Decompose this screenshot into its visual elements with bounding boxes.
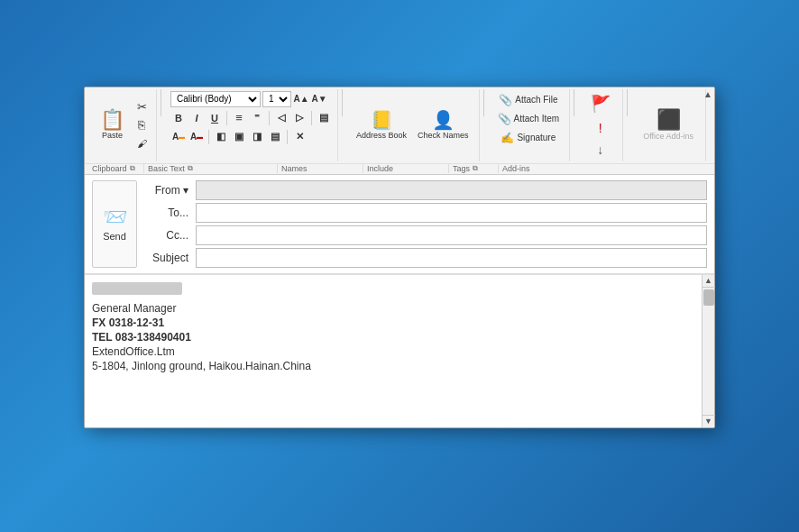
from-row: From ▾ <box>142 180 707 200</box>
from-input[interactable] <box>196 180 707 200</box>
flag-icon: 🚩 <box>591 94 611 114</box>
italic-button[interactable]: I <box>188 110 205 126</box>
names-label: Names <box>281 164 308 173</box>
importance-button[interactable]: ! <box>594 118 607 138</box>
fields-area: From ▾ To... Cc... Subject <box>142 180 707 268</box>
scroll-up-arrow[interactable]: ▲ <box>703 275 715 288</box>
ribbon-collapse-button[interactable]: ▲ <box>703 89 712 99</box>
sep2 <box>342 89 343 116</box>
to-button[interactable]: To... <box>142 206 192 219</box>
sig-line-0: General Manager <box>92 302 694 315</box>
flag-button[interactable]: 🚩 <box>586 91 615 116</box>
compose-header: 📨 Send From ▾ To... Cc... <box>85 175 714 274</box>
from-button[interactable]: From ▾ <box>142 184 192 197</box>
bullets-button[interactable]: ≡ <box>231 110 247 126</box>
tags-label: Tags <box>453 164 470 173</box>
send-button[interactable]: 📨 Send <box>92 180 137 268</box>
attach-item-button[interactable]: 📎 Attach Item <box>493 110 565 128</box>
outlook-compose-window: 📋 Paste ✂ ⎘ 🖌 Calibr <box>84 87 715 428</box>
cc-input[interactable] <box>196 225 707 245</box>
include-label: Include <box>367 164 393 173</box>
importance-icon: ! <box>599 121 602 135</box>
subject-row: Subject <box>142 248 707 268</box>
cut-button[interactable]: ✂ <box>133 99 151 115</box>
clipboard-expand[interactable]: ⧉ <box>130 164 135 173</box>
styles-button[interactable]: ▤ <box>316 110 332 126</box>
fmt-sep2 <box>269 111 270 125</box>
ribbon-group-names: 📒 Address Book 👤 Check Names <box>346 89 480 161</box>
to-input[interactable] <box>196 203 707 223</box>
sep4 <box>574 89 574 116</box>
ribbon-group-addins: ⬛ Office Add-ins <box>631 89 706 161</box>
names-content: 📒 Address Book 👤 Check Names <box>352 91 473 160</box>
text-highlight-button[interactable]: A▬ <box>170 129 187 145</box>
signature-placeholder <box>92 282 182 295</box>
ribbon-toolbar-row: 📋 Paste ✂ ⎘ 🖌 Calibr <box>85 87 714 163</box>
addins-label-item: Add-ins <box>499 164 534 173</box>
clipboard-secondary: ✂ ⎘ 🖌 <box>133 99 151 151</box>
subject-input[interactable] <box>196 248 707 268</box>
format-painter-button[interactable]: 🖌 <box>133 135 151 151</box>
fmt-sep1 <box>226 111 227 125</box>
sig-line-3: ExtendOffice.Ltm <box>92 345 694 358</box>
signature-button[interactable]: ✍ Signature <box>496 129 560 147</box>
font-color-button[interactable]: A▬ <box>188 129 205 145</box>
align-center-button[interactable]: ▣ <box>231 129 247 145</box>
ribbon-group-tags: 🚩 ! ↓ <box>578 89 623 161</box>
check-names-icon: 👤 <box>432 109 455 131</box>
attach-item-icon: 📎 <box>498 113 511 125</box>
basic-text-label: Basic Text <box>148 164 185 173</box>
check-names-button[interactable]: 👤 Check Names <box>413 106 473 143</box>
font-row: Calibri (Body) 11 A▲ A▼ <box>170 91 327 107</box>
sep1 <box>161 89 161 116</box>
font-size-select[interactable]: 11 <box>262 91 291 107</box>
to-row: To... <box>142 203 707 223</box>
font-name-select[interactable]: Calibri (Body) <box>170 91 261 107</box>
cc-row: Cc... <box>142 225 707 245</box>
attach-file-button[interactable]: 📎 Attach File <box>494 91 562 109</box>
justify-button[interactable]: ▤ <box>267 129 283 145</box>
fmt-sep4 <box>208 130 209 144</box>
clipboard-label-item: Clipboard ⧉ <box>88 164 144 173</box>
clear-formatting-button[interactable]: ✕ <box>291 129 308 145</box>
fmt-sep5 <box>287 130 288 144</box>
send-label: Send <box>103 231 126 242</box>
align-right-button[interactable]: ◨ <box>249 129 265 145</box>
cc-button[interactable]: Cc... <box>142 229 192 242</box>
formatting-row: B I U ≡ ⁼ ◁ ▷ ▤ <box>170 110 332 126</box>
include-content: 📎 Attach File 📎 Attach Item ✍ Signature <box>493 91 565 160</box>
bold-button[interactable]: B <box>170 110 187 126</box>
paste-button[interactable]: 📋 Paste <box>94 106 131 143</box>
scroll-thumb[interactable] <box>703 289 714 306</box>
basic-text-expand[interactable]: ⧉ <box>188 164 193 173</box>
signature-icon: ✍ <box>501 132 514 144</box>
copy-button[interactable]: ⎘ <box>133 117 151 133</box>
low-importance-button[interactable]: ↓ <box>592 140 608 160</box>
scroll-down-arrow[interactable]: ▼ <box>703 415 715 427</box>
compose-area: 📨 Send From ▾ To... Cc... <box>85 175 714 427</box>
increase-indent-button[interactable]: ▷ <box>291 110 308 126</box>
font-grow-button[interactable]: A▲ <box>293 91 309 107</box>
decrease-indent-button[interactable]: ◁ <box>273 110 289 126</box>
tags-label-item: Tags ⧉ <box>449 164 499 173</box>
sig-line-2: TEL 083-138490401 <box>92 331 694 344</box>
address-book-button[interactable]: 📒 Address Book <box>352 106 411 143</box>
subject-label: Subject <box>142 252 192 264</box>
addins-label: Add-ins <box>502 164 530 173</box>
clipboard-content: 📋 Paste ✂ ⎘ 🖌 <box>94 91 151 160</box>
scrollbar[interactable]: ▲ ▼ <box>702 275 714 427</box>
underline-button[interactable]: U <box>207 110 223 126</box>
names-label-item: Names <box>278 164 363 173</box>
office-addins-button[interactable]: ⬛ Office Add-ins <box>637 105 700 145</box>
sep3 <box>483 89 484 116</box>
numbering-button[interactable]: ⁼ <box>249 110 265 126</box>
paste-icon: 📋 <box>100 110 124 130</box>
sep5 <box>627 89 628 116</box>
addins-content: ⬛ Office Add-ins <box>637 91 700 160</box>
font-shrink-button[interactable]: A▼ <box>311 91 327 107</box>
address-book-icon: 📒 <box>371 109 393 131</box>
align-left-button[interactable]: ◧ <box>213 129 229 145</box>
include-label-item: Include <box>363 164 449 173</box>
tags-expand[interactable]: ⧉ <box>473 164 478 173</box>
body-content[interactable]: General Manager FX 0318-12-31 TEL 083-13… <box>85 275 714 381</box>
